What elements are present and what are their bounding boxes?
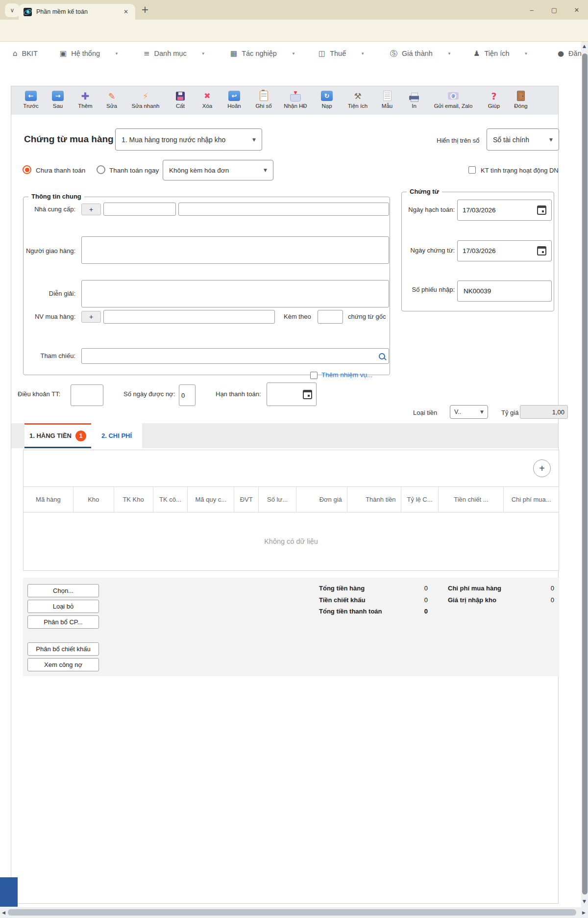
toolbar-close-button[interactable]: Đóng [500,90,541,109]
kt-status-checkbox[interactable] [468,166,476,174]
menu-item-he-thong[interactable]: ▣Hệ thống [60,42,119,65]
user-circle-icon: ● [558,49,564,58]
menu-item-tac-nghiep[interactable]: ▦Tác nghiệp [230,42,295,65]
voucher-type-select[interactable]: 1. Mua hàng trong nước nhập kho [115,128,262,151]
scroll-right-icon[interactable]: ▶ [582,910,586,915]
browser-tab[interactable]: Phần mềm kế toán ✕ [19,4,135,20]
invoice-mode-select[interactable]: Không kèm hóa đơn [163,160,273,180]
window-minimize-button[interactable]: – [524,4,539,16]
allocate-cost-button[interactable]: Phân bổ CP... [27,615,99,629]
add-task-checkbox[interactable] [310,372,318,379]
rate-label: Tỷ giá [501,409,518,416]
buyer-label: NV mua hàng: [16,313,75,320]
email-icon [448,92,459,100]
horizontal-scrollbar-thumb[interactable] [8,909,576,916]
tab-chi-phi[interactable]: 2. CHI PHÍ [91,423,142,448]
column-header[interactable]: ĐVT [234,487,259,512]
browser-tabstrip: ∨ Phần mềm kế toán ✕ + – ▢ ✕ [0,0,588,20]
reference-input[interactable] [81,348,389,364]
due-date-input[interactable] [267,382,317,406]
supplier-name-input[interactable] [178,203,389,216]
scroll-left-icon[interactable]: ◀ [2,910,5,915]
tab-hang-tien[interactable]: 1. HÀNG TIỀN 1 [24,423,91,448]
menu-item-danh-muc[interactable]: ≡Danh mục [144,42,205,65]
corner-widget[interactable] [0,877,18,907]
calendar-icon[interactable] [303,390,312,399]
column-header[interactable]: TK Kho [114,487,153,512]
purchase-cost-label: Chi phí mua hàng [448,585,501,592]
payment-term-label: Điều khoản TT: [18,390,60,398]
allocate-discount-button[interactable]: Phân bổ chiết khấu [27,642,99,656]
horizontal-scrollbar[interactable]: ◀ ▶ [0,907,588,918]
menu-item-thue[interactable]: ◫Thuế [318,42,365,65]
radio-pay-now-label[interactable]: Thanh toán ngay [109,167,159,174]
column-header[interactable]: Thành tiền [347,487,401,512]
general-info-legend: Thông tin chung [28,193,84,200]
vertical-scrollbar[interactable]: ▲ ▼ [581,42,588,907]
posting-date-input[interactable]: 17/03/2026 [457,200,552,221]
vertical-scrollbar-thumb[interactable] [582,53,588,894]
currency-select[interactable]: V.. [450,405,488,419]
window-maximize-button[interactable]: ▢ [547,4,562,16]
runner-icon: ♟ [473,49,480,58]
new-tab-button[interactable]: + [141,4,149,15]
attach-count-input[interactable] [318,310,343,324]
display-on-select[interactable]: Sổ tài chính [487,128,559,151]
radio-unpaid-label[interactable]: Chưa thanh toán [36,167,85,174]
kt-status-label[interactable]: KT tình trạng hoạt động DN [481,167,559,174]
chevron-down-icon [447,51,451,56]
menu-item-gia-thanh[interactable]: ⓈGiá thành [390,42,451,65]
door-icon [517,91,525,101]
column-header[interactable]: Chi phí mua... [504,487,559,512]
search-icon[interactable] [379,353,385,359]
toolbar-email-zalo-button[interactable]: Gửi email, Zalo [426,90,480,109]
description-input[interactable] [81,280,389,307]
column-header[interactable]: Kho [74,487,114,512]
scroll-down-icon[interactable]: ▼ [583,899,586,904]
calendar-icon[interactable] [537,205,546,215]
chevron-down-icon [524,51,528,56]
radio-unpaid[interactable] [23,165,31,174]
payment-term-input[interactable] [71,384,103,406]
menu-item-tien-ich[interactable]: ♟Tiện ích [473,42,528,65]
screen: ∨ Phần mềm kế toán ✕ + – ▢ ✕ localhost:3… [0,0,588,918]
supplier-label: Nhà cung cấp: [16,205,75,213]
window-close-button[interactable]: ✕ [569,4,584,16]
buyer-input[interactable] [103,310,275,324]
action-toolbar: Trước Sau Thêm Sửa Sửa nhanh Cất Xóa Hoã… [11,86,558,115]
reference-label: Tham chiếu: [16,352,75,359]
list-icon: ≡ [144,49,150,58]
radio-pay-now[interactable] [97,165,105,174]
calendar-icon[interactable] [537,246,546,255]
menu-item-dang[interactable]: ●Đăng [558,42,581,65]
menu-item-bkit[interactable]: ⌂BKIT [13,42,38,65]
receipt-no-input[interactable]: NK00039 [457,280,552,302]
tab-close-icon[interactable]: ✕ [122,7,130,16]
add-buyer-button[interactable]: + [81,311,101,323]
deliverer-input[interactable] [81,236,389,264]
add-supplier-button[interactable]: + [81,204,101,215]
view-debt-button[interactable]: Xem công nợ [27,658,99,671]
add-row-button[interactable] [533,459,551,477]
column-header[interactable]: Số lư... [259,487,296,512]
choose-button[interactable]: Chọn... [27,584,99,597]
empty-text: Không có dữ liệu [264,537,318,545]
column-header[interactable]: Mã quy c... [188,487,234,512]
column-header[interactable]: Tiền chiết ... [439,487,504,512]
debt-days-input[interactable]: 0 [179,384,196,406]
doc-date-input[interactable]: 17/03/2026 [457,240,552,261]
tab-search-button[interactable]: ∨ [5,3,20,17]
remove-button[interactable]: Loại bỏ [27,600,99,613]
plus-icon [81,90,90,102]
add-task-link[interactable]: Thêm nhiệm vụ... [321,371,372,379]
home-icon: ⌂ [13,49,18,58]
column-header[interactable]: TK cô... [153,487,188,512]
dollar-circle-icon: Ⓢ [390,49,397,58]
total-payment-value: 0 [384,608,428,615]
chevron-down-icon [264,168,267,173]
column-header[interactable]: Tỷ lệ C... [401,487,439,512]
column-header[interactable]: Mã hàng [24,487,74,512]
scroll-up-icon[interactable]: ▲ [583,44,586,49]
column-header[interactable]: Đơn giá [296,487,347,512]
supplier-code-input[interactable] [103,203,176,216]
